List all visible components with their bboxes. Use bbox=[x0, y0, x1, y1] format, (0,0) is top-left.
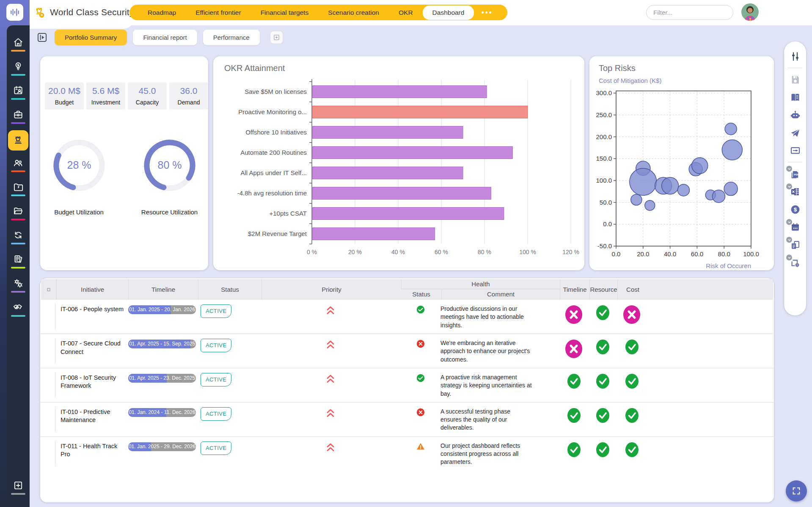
collapse-panel-button[interactable] bbox=[36, 32, 48, 43]
presentation-icon bbox=[790, 145, 801, 156]
sidebar-item-planning[interactable] bbox=[9, 80, 28, 104]
main-tab-roadmap[interactable]: Roadmap bbox=[138, 5, 186, 20]
toolbar-financials-button[interactable]: $ bbox=[787, 200, 803, 218]
table-row[interactable]: IT-010 - Predictive Maintenance01. Jan. … bbox=[40, 402, 774, 436]
top-risks-card: Top Risks Cost of Mitigation (K$) -50.00… bbox=[589, 56, 774, 270]
sidebar-item-add[interactable] bbox=[9, 475, 28, 499]
timeline-cell: 01. Jan. 2025 - 20. Jan. 2026 bbox=[127, 304, 197, 314]
row-select-cell[interactable] bbox=[40, 441, 55, 466]
status-cell: ACTIVE bbox=[197, 304, 261, 318]
user-avatar[interactable] bbox=[741, 3, 759, 21]
sidebar-item-initiatives[interactable] bbox=[9, 177, 28, 201]
table-row[interactable]: IT-008 - IoT Security Framework01. Apr. … bbox=[40, 368, 774, 402]
main-tab-okr[interactable]: OKR bbox=[389, 5, 423, 20]
avatar-photo bbox=[741, 3, 759, 21]
toolbar-send-button[interactable] bbox=[787, 124, 803, 142]
timeline-cell: 01. Jan. 2024 - 11. Dec. 2026 bbox=[127, 406, 197, 417]
svg-text:150.0: 150.0 bbox=[596, 155, 612, 162]
priority-cell bbox=[261, 304, 400, 316]
svg-text:Save $5M on licenses: Save $5M on licenses bbox=[245, 88, 307, 95]
toolbar-presentation-button[interactable] bbox=[787, 142, 803, 159]
sidebar-item-scenarios[interactable] bbox=[9, 249, 28, 273]
header-health-group: Health bbox=[401, 279, 560, 289]
partners-icon bbox=[13, 302, 24, 313]
sidebar-underline bbox=[11, 170, 25, 172]
table-row[interactable]: IT-006 - People system01. Jan. 2025 - 20… bbox=[40, 300, 774, 334]
header-resource-health: Resource bbox=[589, 279, 617, 300]
timeline-health-cell bbox=[559, 304, 589, 324]
okr-bar-chart: 0 %20 %40 %60 %80 %100 %120 %Save $5M on… bbox=[213, 73, 584, 264]
health-comment: Productive discussions in our meetings h… bbox=[440, 304, 533, 329]
svg-text:50.0: 50.0 bbox=[600, 199, 612, 206]
health-status-cell bbox=[400, 338, 440, 348]
cost-health-cell bbox=[617, 406, 647, 423]
gauge-label: Budget Utilization bbox=[54, 208, 104, 216]
table-row[interactable]: IT-011 - Health Track Pro01. Jan. 2025 -… bbox=[40, 436, 774, 471]
header-timeline-health: Timeline bbox=[560, 279, 589, 300]
main-tab-dashboard[interactable]: Dashboard bbox=[423, 5, 474, 20]
subtab-financial-report[interactable]: Financial report bbox=[133, 30, 197, 45]
table-body: IT-006 - People system01. Jan. 2025 - 20… bbox=[40, 300, 774, 471]
health-flag-ok-icon bbox=[567, 373, 581, 389]
toolbar-workflow-settings-button[interactable] bbox=[787, 254, 803, 271]
sidebar-item-portfolio[interactable] bbox=[9, 104, 28, 129]
risk-bubble-chart: -50.00.050.0100.0150.0200.0250.0300.00.0… bbox=[589, 84, 774, 270]
sidebar-item-home[interactable] bbox=[9, 32, 28, 56]
sidebar-item-strategy[interactable] bbox=[8, 130, 28, 151]
portfolio-kpi-card: 20.0 M$Budget5.6 M$Investment45.0Capacit… bbox=[40, 56, 208, 270]
row-select-cell[interactable] bbox=[40, 338, 55, 364]
sidebar-item-ideas[interactable] bbox=[9, 56, 28, 80]
status-badge: ACTIVE bbox=[201, 304, 231, 318]
toolbar-knowledge-base-button[interactable] bbox=[787, 88, 803, 106]
row-select-cell[interactable] bbox=[40, 372, 55, 398]
toolbar-adjust-filters-button[interactable] bbox=[787, 47, 803, 65]
main-tab-efficient-frontier[interactable]: Efficient frontier bbox=[186, 5, 250, 20]
filter-input[interactable] bbox=[646, 5, 733, 20]
row-select-cell[interactable] bbox=[40, 304, 55, 329]
kpi-value: 5.6 M$ bbox=[86, 86, 125, 96]
kpi-tile-budget: 20.0 M$Budget bbox=[45, 82, 84, 110]
toolbar-assistant-button[interactable] bbox=[787, 106, 803, 124]
toolbar-export-excel-button[interactable] bbox=[787, 183, 803, 200]
health-comment: A successful testing phase ensures the q… bbox=[440, 406, 533, 432]
kpi-label: Budget bbox=[45, 99, 84, 106]
toolbar-save-button[interactable] bbox=[787, 71, 803, 88]
table-row[interactable]: IT-007 - Secure Cloud Connect01. Apr. 20… bbox=[40, 334, 774, 368]
toolbar-export-pdf-button[interactable]: PDF bbox=[787, 165, 803, 183]
refresh-icon bbox=[13, 230, 24, 241]
cost-health-cell bbox=[617, 338, 647, 355]
timeline-progress-pill: 01. Jan. 2024 - 11. Dec. 2026 bbox=[128, 408, 196, 417]
sidebar-underline bbox=[11, 291, 25, 293]
svg-text:$: $ bbox=[793, 206, 797, 213]
sidebar-item-settings[interactable] bbox=[9, 273, 28, 297]
toolbar-document-export-button[interactable] bbox=[787, 236, 803, 254]
resource-health-cell bbox=[589, 372, 617, 389]
sidebar-item-refresh[interactable] bbox=[9, 225, 28, 249]
main-tab-bar: RoadmapEfficient frontierFinancial targe… bbox=[129, 5, 507, 20]
health-status-cell bbox=[400, 441, 440, 451]
row-select-cell[interactable] bbox=[40, 406, 55, 432]
priority-high-icon bbox=[326, 373, 335, 384]
subtab-performance[interactable]: Performance bbox=[203, 30, 260, 45]
initiative-name: IT-011 - Health Track Pro bbox=[55, 441, 127, 459]
sidebar-item-documents[interactable] bbox=[9, 201, 28, 225]
health-comment: We're embracing an iterative approach to… bbox=[440, 338, 533, 364]
sidebar-item-resources[interactable] bbox=[9, 153, 28, 177]
status-badge: ACTIVE bbox=[201, 407, 231, 421]
tabs-overflow-button[interactable] bbox=[474, 8, 499, 17]
svg-text:28 %: 28 % bbox=[67, 159, 91, 171]
svg-text:Offshore 10 Initiatives: Offshore 10 Initiatives bbox=[245, 129, 307, 136]
timeline-health-cell bbox=[559, 372, 589, 389]
main-tab-financial-targets[interactable]: Financial targets bbox=[251, 5, 319, 20]
risks-chart-title: Top Risks bbox=[589, 56, 774, 73]
sidebar-item-partners[interactable] bbox=[9, 297, 28, 321]
svg-text:80.0: 80.0 bbox=[718, 250, 730, 258]
sidebar-underline bbox=[11, 315, 25, 317]
add-view-button[interactable] bbox=[270, 31, 283, 44]
subtab-portfolio-summary[interactable]: Portfolio Summary bbox=[55, 30, 127, 45]
toolbar-divider bbox=[788, 68, 802, 68]
main-tab-scenario-creation[interactable]: Scenario creation bbox=[318, 5, 389, 20]
toolbar-schedule-export-button[interactable] bbox=[787, 218, 803, 236]
subtab-bar: Portfolio SummaryFinancial reportPerform… bbox=[36, 30, 283, 45]
fullscreen-button[interactable] bbox=[786, 480, 807, 502]
